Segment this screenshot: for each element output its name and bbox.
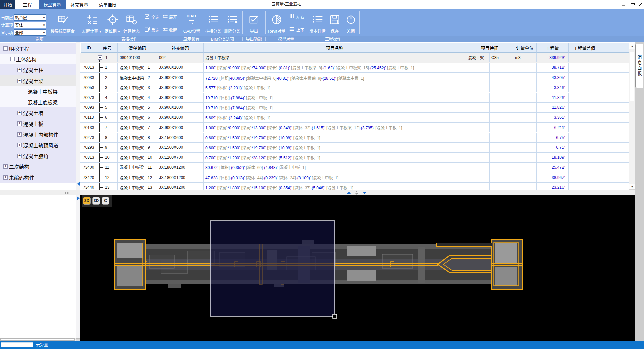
calculation-status-button[interactable]: 计算状态 bbox=[120, 11, 143, 35]
start-calculation-button[interactable]: 发起计算▼ bbox=[80, 11, 104, 35]
table-row[interactable]: 700734混凝土中板梁4JX:900X100019.710' [体积]-(7.… bbox=[80, 93, 629, 103]
delete-category-button[interactable]: 删除分类 bbox=[223, 11, 242, 35]
tree-item-二次结构[interactable]: +二次结构 bbox=[0, 161, 76, 172]
column-header[interactable]: 工程量差值 bbox=[569, 43, 600, 53]
column-header[interactable]: ID bbox=[81, 43, 97, 53]
splitter-up-arrow-icon[interactable] bbox=[347, 192, 351, 194]
tree-item-混凝土中板梁[interactable]: 混凝土中板梁 bbox=[0, 86, 76, 97]
tree-item-混凝土梁[interactable]: −混凝土梁 bbox=[0, 75, 76, 86]
table-row[interactable]: 700533混凝土中板梁3JX:900X10005.577' [体积]-(2.2… bbox=[80, 83, 629, 93]
scroll-up-button[interactable]: ▲ bbox=[629, 43, 635, 49]
cad-expand-arrow-icon[interactable] bbox=[77, 196, 80, 200]
table-row[interactable]: 700332混凝土中板梁2JX:900X100072.720' [体积]-(0.… bbox=[80, 73, 629, 83]
table-row[interactable]: 700935混凝土中板梁5JX:900X100019.710' [体积]-(7.… bbox=[80, 103, 629, 113]
splitter-down-arrow-icon[interactable] bbox=[363, 192, 367, 194]
column-header[interactable] bbox=[600, 43, 629, 53]
tab-project[interactable]: 工程 bbox=[20, 0, 35, 9]
display-item-select[interactable]: 全部▼ bbox=[14, 29, 46, 36]
revit-compare-button[interactable]: Revit对量 bbox=[266, 11, 287, 35]
tree-item-混凝土底板梁[interactable]: 混凝土底板梁 bbox=[0, 97, 76, 107]
current-floor-select[interactable]: 站台层▼ bbox=[14, 14, 46, 21]
column-header[interactable]: 补充编码 bbox=[157, 43, 204, 53]
expand-node-icon[interactable]: + bbox=[3, 175, 8, 180]
tree-item-未编码构件[interactable]: +未编码构件 bbox=[0, 172, 76, 183]
collapse-node-icon[interactable]: − bbox=[3, 46, 8, 51]
tree-item-主体结构[interactable]: −主体结构 bbox=[0, 54, 76, 64]
collapse-group-icon[interactable]: − bbox=[98, 55, 102, 60]
scroll-thumb[interactable] bbox=[630, 52, 634, 101]
tab-list-link[interactable]: 清单挂接 bbox=[96, 0, 119, 9]
tree-item-混凝土轨顶风道[interactable]: +混凝土轨顶风道 bbox=[0, 140, 76, 150]
tree-item-混凝土腋角[interactable]: +混凝土腋角 bbox=[0, 150, 76, 161]
collapse-node-icon[interactable]: − bbox=[17, 79, 22, 83]
table-row[interactable]: 7344013混凝土中板梁13JX:1800X12001.200' [梁宽]*1… bbox=[80, 183, 629, 190]
tree-item-混凝土柱[interactable]: +混凝土柱 bbox=[0, 64, 76, 75]
tab-home[interactable]: 开始 bbox=[0, 0, 15, 9]
splitter-left-arrow-icon[interactable] bbox=[64, 192, 66, 194]
grade-cell bbox=[490, 123, 513, 133]
tab-model-quantity[interactable]: 模型算量 bbox=[39, 0, 66, 9]
cad-viewport[interactable]: 2D3DC bbox=[80, 195, 635, 341]
expand-node-icon[interactable]: + bbox=[17, 121, 22, 126]
table-cad-splitter[interactable] bbox=[0, 190, 635, 195]
tree-item-混凝土板[interactable]: +混凝土板 bbox=[0, 118, 76, 129]
collapse-rows-button[interactable]: 收起 bbox=[162, 25, 179, 34]
revit-compare-icon bbox=[271, 12, 282, 27]
table-group-row[interactable]: −1080401003002混凝土中板梁混凝土梁C35m3339.923' bbox=[80, 53, 629, 63]
column-header[interactable]: 清单编码 bbox=[118, 43, 157, 53]
column-header[interactable]: 工程量 bbox=[537, 43, 569, 53]
column-header[interactable]: 项目特征 bbox=[466, 43, 513, 53]
floor-elevation-merge-button[interactable]: 楼层标高整合 bbox=[47, 11, 78, 35]
unit-cell bbox=[513, 123, 537, 133]
invert-selection-button[interactable]: 反选 bbox=[144, 25, 160, 34]
column-header[interactable]: 项目名称 bbox=[204, 43, 466, 53]
minimize-button[interactable] bbox=[619, 0, 628, 9]
column-header[interactable]: 序号 bbox=[97, 43, 118, 53]
tree-item-混凝土内部构件[interactable]: +混凝土内部构件 bbox=[0, 129, 76, 140]
expand-node-icon[interactable]: + bbox=[3, 164, 8, 169]
message-panel-tab[interactable]: 消息面板 bbox=[635, 44, 643, 88]
feature-cell bbox=[466, 83, 490, 93]
table-row[interactable]: 701337混凝土中板梁7JX:900X10001.000' [梁宽]*0.90… bbox=[80, 123, 629, 133]
expand-rows-button[interactable]: 展开 bbox=[162, 12, 179, 21]
collapse-node-icon[interactable]: − bbox=[10, 57, 15, 61]
table-row[interactable]: 7342012混凝土中板梁12JX:1800X120047.628' [体积]-… bbox=[80, 172, 629, 183]
table-row[interactable]: 7340011混凝土中板梁11JX:1800X120030.672' [体积]-… bbox=[80, 163, 629, 173]
calc-item-select[interactable]: 实体▼ bbox=[14, 22, 46, 28]
close-project-button[interactable]: 关闭 bbox=[342, 11, 359, 35]
expand-node-icon[interactable]: + bbox=[17, 143, 22, 147]
version-details-button[interactable]: 版本详情 bbox=[308, 11, 327, 35]
table-row[interactable]: 702939混凝土中板梁9JX:1500X6000.600' [梁宽]*1.50… bbox=[80, 143, 629, 153]
sidebar-collapse-arrow-icon[interactable] bbox=[77, 182, 80, 186]
locate-to-button[interactable]: 定位到▼ bbox=[105, 11, 120, 35]
cad-settings-button[interactable]: CADCAD设置 bbox=[181, 11, 203, 35]
link-category-button[interactable]: 挂接分类 bbox=[204, 11, 223, 35]
splitter-right-arrow-icon[interactable] bbox=[67, 192, 69, 194]
selection-box[interactable] bbox=[210, 221, 335, 316]
view-mode-3d-button[interactable]: 3D bbox=[92, 197, 100, 205]
column-header[interactable]: 计量单位 bbox=[513, 43, 537, 53]
feature-cell bbox=[466, 113, 490, 122]
save-button[interactable]: 保存 bbox=[327, 11, 342, 35]
expand-node-icon[interactable]: + bbox=[17, 132, 22, 137]
split-up-down-button[interactable]: 上下 bbox=[289, 25, 307, 34]
export-button[interactable]: 导出 bbox=[243, 11, 265, 35]
sidebar-hscrollbar[interactable] bbox=[0, 338, 80, 341]
tab-supplement-quantity[interactable]: 补充算量 bbox=[68, 0, 90, 9]
expand-node-icon[interactable]: + bbox=[17, 111, 22, 115]
view-mode-2d-button[interactable]: 2D bbox=[83, 197, 91, 205]
tree-item-明挖工程[interactable]: −明挖工程 bbox=[0, 43, 76, 54]
scroll-down-button[interactable]: ▼ bbox=[629, 184, 635, 189]
split-left-right-button[interactable]: 左右 bbox=[289, 12, 307, 21]
expand-node-icon[interactable]: + bbox=[17, 154, 22, 158]
table-vertical-scrollbar[interactable]: ▲ ▼ bbox=[629, 43, 635, 190]
table-row[interactable]: 7031310混凝土中板梁10JX:1200X7000.700' [梁宽]*1.… bbox=[80, 153, 629, 163]
select-all-button[interactable]: 全选 bbox=[144, 12, 160, 21]
table-row[interactable]: 701136混凝土中板梁6JX:900X10005.609' [体积]-(2.2… bbox=[80, 113, 629, 123]
tree-item-混凝土墙[interactable]: +混凝土墙 bbox=[0, 107, 76, 118]
view-mode-c-button[interactable]: C bbox=[102, 197, 109, 205]
close-window-button[interactable] bbox=[636, 0, 644, 9]
expand-node-icon[interactable]: + bbox=[17, 68, 22, 72]
table-row[interactable]: 700131混凝土中板梁1JX:900X10001.000' [梁宽]*0.90… bbox=[80, 63, 629, 73]
table-row[interactable]: 702738混凝土中板梁8JX:1500X6000.600' [梁宽]*1.50… bbox=[80, 133, 629, 143]
